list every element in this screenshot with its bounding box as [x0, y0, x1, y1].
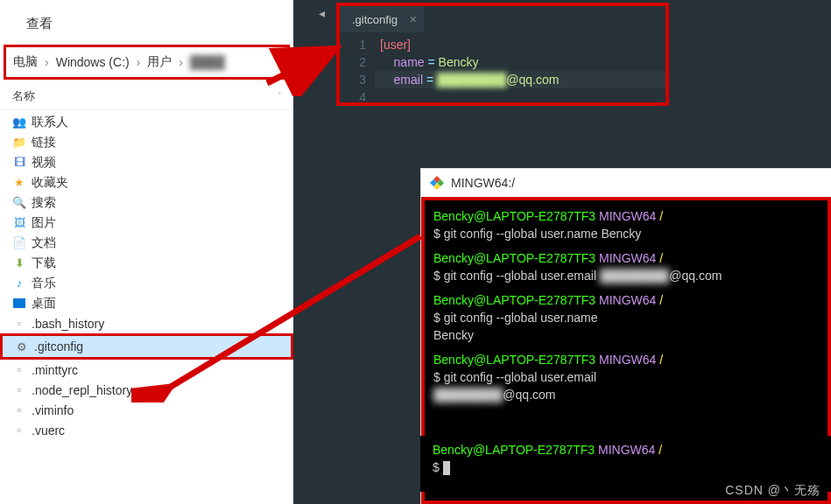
picture-icon: 🖼 [12, 216, 26, 230]
cmd-text: git config --global user.name Bencky [444, 227, 642, 241]
folder-pictures[interactable]: 🖼图片 [0, 213, 293, 233]
crumb-root[interactable]: 电脑 [10, 52, 41, 72]
file-icon: ▫ [12, 363, 26, 377]
cmd-output-redacted: ████████ [433, 388, 503, 402]
folder-favorites[interactable]: ★收藏夹 [0, 172, 293, 192]
line-num: 3 [340, 71, 366, 88]
code-editor[interactable]: 1 2 3 4 [user] name = Bencky email = ███… [340, 32, 666, 102]
item-label: 联系人 [32, 115, 68, 130]
file-icon: ▫ [12, 424, 26, 438]
prompt-user: Bencky@LAPTOP-E2787TF3 [433, 209, 595, 223]
item-label: .minttyrc [32, 363, 78, 377]
cmd-redacted: ████████ [600, 269, 669, 283]
prompt-env: MINGW64 [599, 353, 656, 367]
watermark: CSDN @丶无殇 [725, 483, 820, 499]
prompt-user: Bencky@LAPTOP-E2787TF3 [433, 353, 595, 367]
gear-icon: ⚙ [15, 340, 29, 354]
view-menu-label[interactable]: 查看 [0, 0, 293, 45]
crumb-user-redacted[interactable]: ████ [187, 53, 229, 71]
file-vuerc[interactable]: ▫.vuerc [0, 420, 293, 440]
file-icon: ▫ [12, 403, 26, 417]
tab-label: .gitconfig [352, 13, 398, 26]
terminal-titlebar[interactable]: MINGW64:/ [421, 169, 831, 197]
folder-videos[interactable]: 🎞视频 [0, 152, 293, 172]
file-icon: ▫ [12, 317, 26, 331]
prompt-path: / [659, 293, 663, 307]
prompt-dollar: $ [433, 460, 443, 474]
desktop-icon [12, 297, 26, 311]
prompt-user: Bencky@LAPTOP-E2787TF3 [433, 251, 595, 265]
val-token: Bencky [439, 55, 479, 69]
item-label: .viminfo [32, 403, 74, 417]
item-label: 图片 [32, 215, 56, 231]
cmd-output: Bencky [433, 328, 474, 342]
folder-contacts[interactable]: 👥联系人 [0, 112, 293, 132]
eq-token: = [425, 55, 439, 69]
folder-desktop[interactable]: 桌面 [0, 293, 293, 313]
item-label: 收藏夹 [32, 175, 68, 191]
cmd-text: git config --global user.email [444, 269, 600, 283]
item-label: 搜索 [32, 195, 56, 211]
cmd-text: @qq.com [669, 269, 722, 283]
file-viminfo[interactable]: ▫.viminfo [0, 400, 293, 420]
prompt-env: MINGW64 [598, 443, 655, 457]
section-token: [user] [380, 38, 411, 52]
item-label: .node_repl_history [32, 383, 132, 397]
terminal-body[interactable]: Bencky@LAPTOP-E2787TF3 MINGW64 / $ git c… [425, 200, 827, 410]
prompt-dollar: $ [433, 311, 444, 325]
key-token: name [394, 55, 425, 69]
cmd-text: git config --global user.name [444, 311, 598, 325]
file-node-repl-history[interactable]: ▫.node_repl_history [0, 380, 293, 400]
item-label: .vuerc [32, 424, 65, 438]
folder-searches[interactable]: 🔍搜索 [0, 192, 293, 213]
prompt-dollar: $ [433, 227, 444, 241]
breadcrumb[interactable]: 电脑 › Windows (C:) › 用户 › ████ [10, 52, 284, 72]
val-redacted: ████████ [437, 73, 506, 87]
cmd-text: git config --global user.email [444, 370, 596, 384]
folder-music[interactable]: ♪音乐 [0, 273, 293, 293]
prompt-env: MINGW64 [599, 251, 656, 265]
file-gitconfig[interactable]: ⚙.gitconfig [0, 333, 293, 360]
item-label: 文档 [32, 235, 56, 251]
close-icon[interactable]: × [410, 12, 417, 26]
prompt-user: Bencky@LAPTOP-E2787TF3 [433, 443, 595, 457]
column-header-name[interactable]: 名称 ˇ [0, 80, 293, 110]
item-label: .gitconfig [34, 340, 83, 354]
search-icon: 🔍 [12, 196, 26, 210]
item-label: .bash_history [32, 317, 104, 331]
file-explorer: 查看 电脑 › Windows (C:) › 用户 › ████ 名称 ˇ 👥联… [0, 0, 293, 504]
code-content: [user] name = Bencky email = ████████@qq… [375, 32, 666, 102]
item-label: 视频 [32, 155, 56, 171]
editor-tab-gitconfig[interactable]: .gitconfig × [340, 6, 424, 32]
prompt-dollar: $ [433, 370, 444, 384]
folder-downloads[interactable]: ⬇下载 [0, 253, 293, 273]
chevron-right-icon: › [133, 55, 144, 69]
prompt-path: / [659, 209, 663, 223]
item-label: 链接 [32, 135, 56, 150]
crumb-drive[interactable]: Windows (C:) [53, 53, 133, 71]
current-line-highlight [375, 71, 666, 88]
prompt-path: / [659, 353, 663, 367]
crumb-folder[interactable]: 用户 [144, 52, 175, 72]
prompt-dollar: $ [433, 269, 444, 283]
file-list: 👥联系人 📁链接 🎞视频 ★收藏夹 🔍搜索 🖼图片 📄文档 ⬇下载 ♪音乐 桌面… [0, 110, 293, 442]
chevron-right-icon: › [41, 55, 53, 69]
file-bash-history[interactable]: ▫.bash_history [0, 313, 293, 333]
line-num: 2 [340, 53, 366, 71]
file-minttyrc[interactable]: ▫.minttyrc [0, 360, 293, 380]
video-icon: 🎞 [12, 156, 26, 170]
name-header-text: 名称 [12, 88, 35, 104]
line-num: 1 [340, 36, 366, 53]
line-num: 4 [340, 88, 366, 106]
contacts-icon: 👥 [12, 116, 26, 130]
file-icon: ▫ [12, 383, 26, 397]
cmd-output: @qq.com [503, 388, 555, 402]
folder-documents[interactable]: 📄文档 [0, 233, 293, 253]
sort-caret-icon: ˇ [278, 92, 281, 102]
prompt-path: / [658, 443, 662, 457]
tab-prev-icon[interactable]: ◂ [315, 6, 327, 20]
item-label: 音乐 [32, 276, 56, 291]
folder-links[interactable]: 📁链接 [0, 132, 293, 152]
item-label: 桌面 [32, 296, 56, 312]
prompt-env: MINGW64 [599, 209, 656, 223]
